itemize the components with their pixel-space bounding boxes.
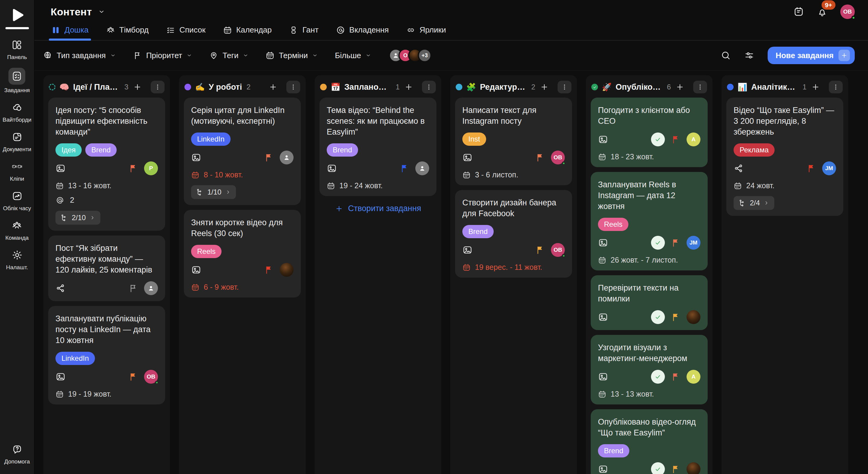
tab-board[interactable]: Дошка: [51, 23, 89, 40]
videocam-icon[interactable]: [770, 6, 781, 17]
avatar[interactable]: +3: [418, 48, 432, 62]
card[interactable]: Запланувати Reels в Instagram — дата 12 …: [591, 172, 708, 270]
card[interactable]: Запланувати публікацію посту на LinkedIn…: [48, 306, 165, 404]
user-initials: OB: [843, 8, 852, 15]
sidebar-item-doc[interactable]: Документи: [3, 130, 31, 153]
card[interactable]: Зняти коротке відео для Reels (30 сек)Re…: [184, 210, 301, 298]
subtasks-chip[interactable]: 1/10: [191, 185, 236, 199]
filter-pin[interactable]: Теги: [209, 51, 249, 60]
tab-gantt[interactable]: Гант: [288, 23, 319, 40]
filter-more[interactable]: Більше: [335, 51, 371, 60]
assignee-avatar[interactable]: [687, 462, 701, 474]
priority-flag-icon[interactable]: [671, 312, 681, 322]
priority-flag-icon[interactable]: [535, 245, 545, 255]
column-add-button[interactable]: [404, 82, 413, 92]
card[interactable]: Погодити з клієнтом або CEOA18 - 23 жовт…: [591, 98, 708, 167]
tab-link[interactable]: Ярлики: [406, 23, 447, 40]
done-check[interactable]: [651, 236, 665, 250]
create-task-link[interactable]: Створити завдання: [319, 196, 436, 221]
app-logo[interactable]: [5, 7, 29, 29]
done-check[interactable]: [651, 370, 665, 384]
card[interactable]: Створити дизайн банера для FacebookBrend…: [455, 190, 572, 278]
priority-flag-icon[interactable]: [671, 464, 681, 474]
assignee-avatar[interactable]: [687, 310, 701, 324]
priority-flag-icon[interactable]: [264, 153, 274, 162]
assignee-avatar[interactable]: [280, 263, 293, 277]
assignee-avatar[interactable]: A: [687, 133, 701, 146]
filter-settings-icon[interactable]: [744, 50, 754, 61]
check-icon: [654, 239, 662, 247]
priority-flag-icon[interactable]: [128, 372, 138, 381]
priority-flag-icon[interactable]: [128, 164, 138, 173]
assignee-avatar[interactable]: A: [687, 370, 701, 384]
planner-icon[interactable]: [793, 6, 804, 17]
priority-flag-icon[interactable]: [671, 372, 681, 381]
filter-calendar[interactable]: Терміни: [266, 51, 318, 60]
assignee-avatar[interactable]: [144, 281, 158, 295]
sidebar-item-grid[interactable]: Панель: [7, 38, 27, 61]
sidebar-item-cloud[interactable]: Вайтборди: [3, 101, 32, 123]
column-add-button[interactable]: [540, 82, 549, 92]
assignee-avatar[interactable]: OB: [144, 370, 158, 384]
assignee-avatar[interactable]: OB: [551, 150, 565, 164]
column-menu-button[interactable]: [558, 81, 571, 93]
sidebar-item-help[interactable]: Допомога: [4, 443, 30, 465]
avatar-stack[interactable]: O+3: [389, 48, 432, 62]
column-add-button[interactable]: [675, 82, 684, 92]
card[interactable]: Ідея посту: “5 способів підвищити ефекти…: [48, 98, 165, 231]
subtasks-chip[interactable]: 2/4: [734, 196, 774, 210]
done-check[interactable]: [651, 310, 665, 324]
tab-attach[interactable]: Вкладення: [336, 23, 390, 40]
priority-flag-icon[interactable]: [128, 283, 138, 293]
tab-calendar[interactable]: Календар: [222, 23, 273, 40]
bell-icon[interactable]: 9+: [817, 6, 828, 17]
column-add-button[interactable]: [811, 82, 820, 92]
card[interactable]: Написати текст для Instagram постуInstOB…: [455, 98, 572, 185]
priority-flag-icon[interactable]: [400, 164, 409, 173]
column-menu-button[interactable]: [151, 81, 164, 93]
card[interactable]: Пост “Як зібрати ефективну команду” — 12…: [48, 236, 165, 301]
column-add-button[interactable]: [269, 82, 278, 92]
card[interactable]: Серія цитат для LinkedIn (мотивуючі, екс…: [184, 98, 301, 205]
card-tags: Reels: [598, 218, 701, 231]
card-title: Перевірити тексти на помилки: [598, 282, 701, 304]
priority-flag-icon[interactable]: [671, 238, 681, 247]
sidebar-item-videocam[interactable]: Кліпи: [9, 160, 26, 182]
done-check[interactable]: [651, 133, 665, 146]
priority-flag-icon[interactable]: [535, 153, 545, 162]
column-add-button[interactable]: [133, 82, 142, 92]
tab-people[interactable]: Тімборд: [105, 23, 150, 40]
priority-flag-icon[interactable]: [807, 164, 816, 173]
filter-flag[interactable]: Пріоритет: [133, 51, 193, 60]
new-task-button[interactable]: Нове завдання: [768, 47, 855, 64]
assignee-avatar[interactable]: [280, 150, 293, 164]
sidebar-item-gear[interactable]: Налашт.: [6, 248, 28, 271]
calendar-icon: [266, 51, 275, 60]
assignee-avatar[interactable]: OB: [551, 243, 565, 257]
project-switcher[interactable]: Контент: [51, 6, 105, 18]
card[interactable]: Перевірити тексти на помилки: [591, 275, 708, 330]
filter-type[interactable]: Тип завдання: [43, 51, 116, 60]
sidebar-item-trend[interactable]: Облік часу: [3, 190, 31, 212]
tab-list[interactable]: Список: [165, 23, 206, 40]
user-avatar[interactable]: OB: [840, 4, 855, 19]
assignee-avatar[interactable]: JM: [822, 161, 836, 175]
card[interactable]: Узгодити візуали з маркетинг-менеджеромA…: [591, 335, 708, 404]
card[interactable]: Опубліковано відео-огляд “Що таке Easyli…: [591, 409, 708, 474]
sidebar-item-people[interactable]: Команда: [5, 219, 29, 241]
priority-flag-icon[interactable]: [671, 135, 681, 144]
column-menu-button[interactable]: [829, 81, 843, 93]
subtasks-chip[interactable]: 2/10: [56, 211, 100, 225]
done-check[interactable]: [651, 462, 665, 474]
card[interactable]: Відео “Що таке Easylim” — 3 200 перегляд…: [726, 98, 843, 216]
priority-flag-icon[interactable]: [264, 265, 274, 275]
assignee-avatar[interactable]: JM: [687, 236, 701, 250]
assignee-avatar[interactable]: [415, 161, 429, 175]
search-icon[interactable]: [721, 50, 731, 61]
assignee-avatar[interactable]: P: [144, 161, 158, 175]
column-menu-button[interactable]: [693, 81, 707, 93]
column-menu-button[interactable]: [422, 81, 436, 93]
card[interactable]: Тема відео: “Behind the scenes: як ми пр…: [319, 98, 436, 196]
column-menu-button[interactable]: [286, 81, 300, 93]
sidebar-item-checklist[interactable]: Завдання: [4, 68, 30, 94]
